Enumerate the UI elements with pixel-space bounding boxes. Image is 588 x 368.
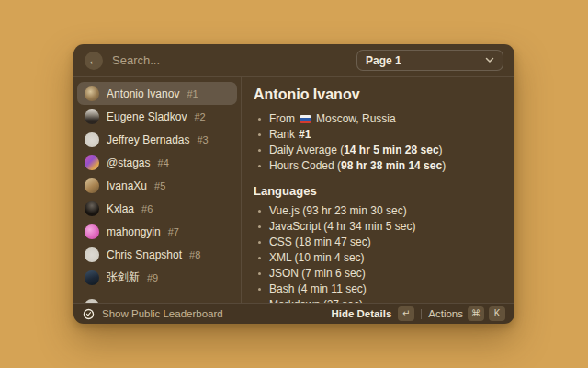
user-name: Eugene Sladkov (107, 110, 187, 123)
action-bar: Show Public Leaderboard Hide Details ↵ A… (74, 303, 514, 324)
k-key-icon: K (489, 306, 505, 321)
russia-flag-icon (300, 115, 311, 123)
language-item: Bash (4 min 11 sec) (258, 283, 502, 295)
leaderboard-row[interactable]: IvanaXu #5 (77, 174, 237, 197)
enter-key-icon: ↵ (398, 306, 414, 321)
chevron-down-icon (485, 57, 494, 63)
bullet-icon (258, 241, 261, 244)
daily-average-label: Daily Average ( (269, 144, 344, 156)
language-item: XML (10 min 4 sec) (258, 252, 502, 264)
bullet-icon (258, 149, 261, 152)
wakatime-logo-icon (83, 308, 95, 320)
actions-button[interactable]: Actions ⌘ K (428, 306, 505, 321)
user-avatar (85, 201, 99, 216)
user-rank-badge: #5 (154, 180, 165, 191)
language-item: CSS (18 min 47 sec) (258, 236, 502, 248)
user-avatar (85, 178, 99, 193)
page-select-value: Page 1 (366, 54, 401, 67)
from-line: From Moscow, Russia (258, 113, 502, 125)
language-item: JavaScript (4 hr 34 min 5 sec) (258, 221, 502, 233)
leaderboard-row[interactable]: @stagas #4 (77, 151, 237, 174)
user-avatar (85, 132, 99, 147)
bullet-icon (258, 225, 261, 228)
bullet-icon (258, 272, 261, 275)
user-rank-badge: #1 (187, 88, 198, 99)
user-details-panel: Antonio Ivanov From Moscow, Russia Rank … (242, 77, 514, 303)
user-avatar (85, 109, 99, 124)
hours-coded-line: Hours Coded ( 98 hr 38 min 14 sec ) (258, 160, 502, 172)
languages-list: Vue.js (93 hr 23 min 30 sec) JavaScript … (254, 205, 502, 303)
user-name: Chris Snapshot (107, 248, 182, 261)
user-rank-badge: #9 (147, 272, 158, 283)
bullet-icon (258, 118, 261, 121)
user-rank-badge: #2 (194, 111, 205, 122)
search-input[interactable] (112, 53, 356, 67)
back-arrow-icon: ← (88, 55, 99, 66)
command-title: Show Public Leaderboard (102, 308, 223, 319)
next-user-avatar-clipped (85, 299, 99, 303)
bullet-icon (258, 257, 261, 259)
search-bar: ← Page 1 (74, 44, 514, 77)
hours-coded-label: Hours Coded ( (269, 160, 341, 172)
cmd-key-icon: ⌘ (468, 306, 484, 321)
content-area: Antonio Ivanov #1 Eugene Sladkov #2 Jeff… (74, 77, 514, 303)
daily-average-line: Daily Average ( 14 hr 5 min 28 sec ) (258, 144, 502, 156)
rank-value: #1 (299, 129, 311, 141)
user-name: 张剑新 (107, 270, 140, 285)
leaderboard-row[interactable]: 张剑新 #9 (77, 266, 237, 289)
leaderboard-row[interactable]: Jeffrey Bernadas #3 (77, 128, 237, 151)
details-title: Antonio Ivanov (254, 86, 502, 103)
from-value: Moscow, Russia (316, 113, 396, 125)
daily-average-value: 14 hr 5 min 28 sec (344, 144, 438, 156)
rank-label: Rank (269, 129, 295, 141)
user-name: IvanaXu (107, 179, 147, 192)
languages-header: Languages (254, 184, 502, 198)
user-rank-badge: #3 (198, 134, 209, 145)
page-select-dropdown[interactable]: Page 1 (356, 50, 503, 71)
overview-list: From Moscow, Russia Rank #1 Daily Ave (254, 113, 502, 172)
leaderboard-row[interactable]: Eugene Sladkov #2 (77, 105, 237, 128)
user-avatar (85, 270, 99, 285)
user-rank-badge: #4 (158, 157, 169, 168)
leaderboard-row[interactable]: Kxlaa #6 (77, 197, 237, 220)
hide-details-button[interactable]: Hide Details ↵ (331, 306, 414, 321)
from-label: From (269, 113, 295, 125)
user-avatar (85, 155, 99, 170)
user-avatar (85, 224, 99, 239)
hours-coded-value: 98 hr 38 min 14 sec (341, 160, 442, 172)
leaderboard-window: ← Page 1 Antonio Ivanov #1 Eugene Sladko… (74, 44, 514, 324)
separator (421, 309, 422, 319)
bullet-icon (258, 210, 261, 213)
bullet-icon (258, 165, 261, 167)
user-name: Jeffrey Bernadas (107, 133, 190, 146)
user-rank-badge: #6 (141, 203, 153, 214)
language-item: Vue.js (93 hr 23 min 30 sec) (258, 205, 502, 217)
user-name: @stagas (107, 156, 151, 169)
bullet-icon (258, 133, 261, 136)
bullet-icon (258, 288, 261, 291)
back-button[interactable]: ← (85, 52, 103, 70)
leaderboard-list: Antonio Ivanov #1 Eugene Sladkov #2 Jeff… (74, 77, 242, 303)
user-rank-badge: #8 (189, 249, 200, 260)
leaderboard-row[interactable]: Chris Snapshot #8 (77, 243, 237, 266)
user-avatar (85, 86, 99, 101)
user-avatar (85, 247, 99, 262)
leaderboard-row[interactable]: mahongyin #7 (77, 220, 237, 243)
language-item: JSON (7 min 6 sec) (258, 268, 502, 280)
user-rank-badge: #7 (168, 226, 179, 237)
user-name: Antonio Ivanov (107, 87, 179, 100)
rank-line: Rank #1 (258, 129, 502, 141)
user-name: mahongyin (107, 225, 161, 238)
user-name: Kxlaa (107, 202, 134, 215)
leaderboard-row[interactable]: Antonio Ivanov #1 (77, 82, 237, 105)
